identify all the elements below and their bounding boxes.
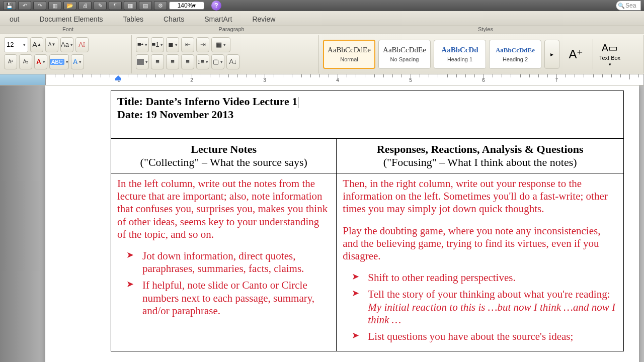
tab-layout[interactable]: out [0, 12, 29, 26]
zoom-field[interactable]: 140% ▾ [169, 2, 204, 10]
font-size-field[interactable]: 12▾ [4, 37, 28, 52]
shading-button[interactable] [136, 54, 149, 69]
toolbox-button[interactable]: ⚙ [154, 1, 167, 10]
line-spacing-button[interactable]: ↕≡ [196, 54, 209, 69]
style-heading-2[interactable]: AaBbCcDdEe Heading 2 [489, 40, 541, 69]
ribbon-group-labels: Font Paragraph Styles [0, 26, 644, 34]
sort-button[interactable]: A↓ [226, 54, 239, 69]
tab-document-elements[interactable]: Document Elements [30, 12, 112, 26]
styles-group: AaBbCcDdEe Normal AaBbCcDdEe No Spacing … [319, 35, 644, 73]
tab-tables[interactable]: Tables [114, 12, 153, 26]
numbering-button[interactable]: ≡1 [151, 37, 164, 52]
text-cursor [298, 97, 298, 108]
multilevel-list-button[interactable]: ≣ [166, 37, 179, 52]
page-gutter [0, 85, 45, 362]
undo-button[interactable]: ↶ [18, 1, 31, 10]
align-center-button[interactable]: ≡ [166, 54, 179, 69]
text-effects-button[interactable]: A [71, 54, 84, 69]
right-header-cell[interactable]: Responses, Reactions, Analysis & Questio… [337, 139, 624, 173]
subscript-button[interactable]: A₂ [19, 54, 32, 69]
sidebar-button[interactable]: ▤ [139, 1, 152, 10]
paragraph-group: ≡• ≡1 ≣ ⇤ ⇥ ▦ ≡ ≡ ≡ ↕≡ ▢ A↓ [132, 35, 319, 73]
styles-more-button[interactable]: ▸ [544, 40, 559, 69]
right-body-cell[interactable]: Then, in the right column, write out you… [337, 173, 624, 351]
borders-button[interactable]: ▢ [211, 54, 224, 69]
tab-smartart[interactable]: SmartArt [195, 12, 242, 26]
align-right-button[interactable]: ≡ [181, 54, 194, 69]
style-normal[interactable]: AaBbCcDdEe Normal [323, 40, 375, 69]
style-no-spacing[interactable]: AaBbCcDdEe No Spacing [378, 40, 431, 69]
shrink-font-button[interactable]: A▼ [45, 37, 58, 52]
ribbon-tabs: out Document Elements Tables Charts Smar… [0, 11, 644, 26]
increase-indent-button[interactable]: ⇥ [196, 37, 209, 52]
styles-pane-icon: A⁺ [569, 47, 583, 61]
left-body-cell[interactable]: In the left column, write out the notes … [111, 173, 337, 351]
save-button[interactable]: 💾 [3, 1, 16, 10]
decrease-indent-button[interactable]: ⇤ [181, 37, 194, 52]
group-label-styles: Styles [327, 26, 644, 34]
format-painter-button[interactable]: ✎ [94, 1, 107, 10]
title-cell[interactable]: Title: Dante’s Inferno Video Lecture 1 D… [111, 91, 624, 139]
highlight-button[interactable]: ABC [49, 54, 69, 69]
tab-charts[interactable]: Charts [154, 12, 194, 26]
redo-button[interactable]: ↷ [33, 1, 46, 10]
show-button[interactable]: ¶ [109, 1, 122, 10]
bullets-button[interactable]: ≡• [136, 37, 149, 52]
insert-table-button[interactable]: ▦ [211, 37, 230, 52]
text-box-button[interactable]: A▭ Text Box ▾ [596, 38, 623, 70]
first-line-indent-marker[interactable] [115, 75, 121, 80]
notes-table[interactable]: Title: Dante’s Inferno Video Lecture 1 D… [111, 90, 624, 351]
align-left-button[interactable]: ≡ [151, 54, 164, 69]
clear-formatting-button[interactable]: A⃠ [75, 37, 89, 52]
group-label-font: Font [0, 26, 136, 34]
document-page[interactable]: Title: Dante’s Inferno Video Lecture 1 D… [45, 85, 639, 362]
font-group: 12▾ A▲ A▼ Aa A⃠ A² A₂ A ABC A [0, 35, 132, 73]
style-heading-1[interactable]: AaBbCcDd Heading 1 [434, 40, 486, 69]
styles-pane-button[interactable]: A⁺ [562, 38, 590, 70]
text-box-icon: A▭ [602, 42, 618, 54]
document-workspace: Title: Dante’s Inferno Video Lecture 1 D… [0, 85, 644, 362]
open-button[interactable]: 📂 [63, 1, 76, 10]
ribbon: 12▾ A▲ A▼ Aa A⃠ A² A₂ A ABC A ≡• ≡1 ≣ ⇤ … [0, 34, 644, 74]
left-header-cell[interactable]: Lecture Notes ("Collecting" – What the s… [111, 139, 337, 173]
print-button[interactable]: 🖨 [78, 1, 92, 10]
gallery-button[interactable]: ▦ [124, 1, 137, 10]
quick-access-toolbar: 💾 ↶ ↷ ▥ 📂 🖨 ✎ ¶ ▦ ▤ ⚙ 140% ▾ ? Sea [0, 0, 644, 11]
help-button[interactable]: ? [211, 1, 221, 11]
new-button[interactable]: ▥ [48, 1, 61, 10]
superscript-button[interactable]: A² [4, 54, 17, 69]
grow-font-button[interactable]: A▲ [30, 37, 43, 52]
change-case-button[interactable]: Aa [60, 37, 73, 52]
group-label-paragraph: Paragraph [136, 26, 327, 34]
tab-review[interactable]: Review [243, 12, 285, 26]
search-input[interactable]: Sea [616, 1, 641, 11]
ruler[interactable]: 1234567 [0, 74, 644, 85]
font-color-button[interactable]: A [34, 54, 47, 69]
